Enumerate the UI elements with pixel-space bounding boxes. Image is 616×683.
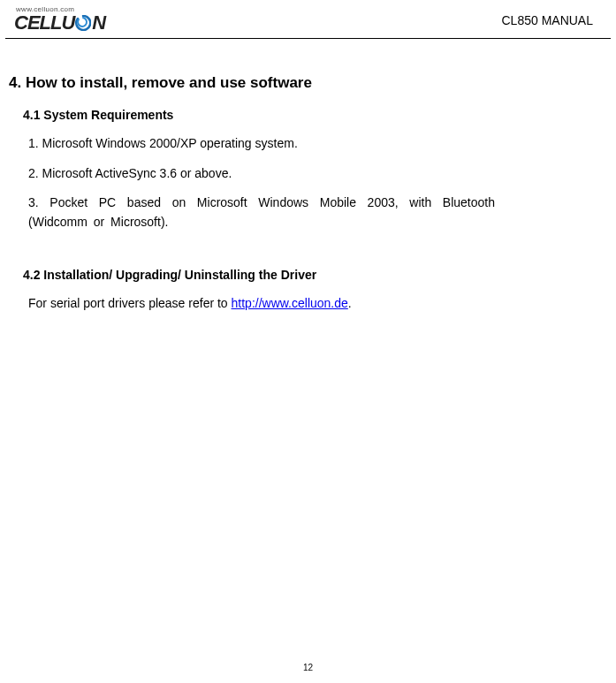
subsection-4-2: 4.2 Installation/ Upgrading/ Uninstallin…: [9, 268, 504, 314]
celluon-link[interactable]: http://www.celluon.de: [232, 296, 348, 310]
subsection-4-2-title: 4.2 Installation/ Upgrading/ Uninstallin…: [23, 268, 504, 282]
logo-text-left: CELLU: [14, 11, 74, 34]
page-content: 4. How to install, remove and use softwa…: [0, 39, 616, 313]
logo-text-right: N: [92, 11, 105, 34]
requirement-item-1: 1. Microsoft Windows 2000/XP operating s…: [23, 134, 504, 154]
spacer: [9, 243, 556, 268]
manual-title: CL850 MANUAL: [502, 13, 594, 27]
requirement-item-2: 2. Microsoft ActiveSync 3.6 or above.: [23, 164, 504, 184]
driver-text-prefix: For serial port drivers please refer to: [28, 296, 232, 310]
requirement-item-3: 3. Pocket PC based on Microsoft Windows …: [23, 194, 504, 231]
subsection-4-1-title: 4.1 System Requirements: [23, 108, 504, 122]
logo-swirl-icon: [75, 15, 91, 31]
logo-main: CELLU N: [14, 11, 105, 34]
driver-text-suffix: .: [348, 296, 352, 310]
page-header: www.celluon.com CELLU N CL850 MANUAL: [5, 0, 611, 39]
section-4-title: 4. How to install, remove and use softwa…: [9, 74, 556, 92]
subsection-4-1: 4.1 System Requirements 1. Microsoft Win…: [9, 108, 504, 232]
page-number: 12: [0, 663, 616, 672]
driver-text: For serial port drivers please refer to …: [23, 294, 504, 314]
celluon-logo: www.celluon.com CELLU N: [14, 5, 105, 34]
